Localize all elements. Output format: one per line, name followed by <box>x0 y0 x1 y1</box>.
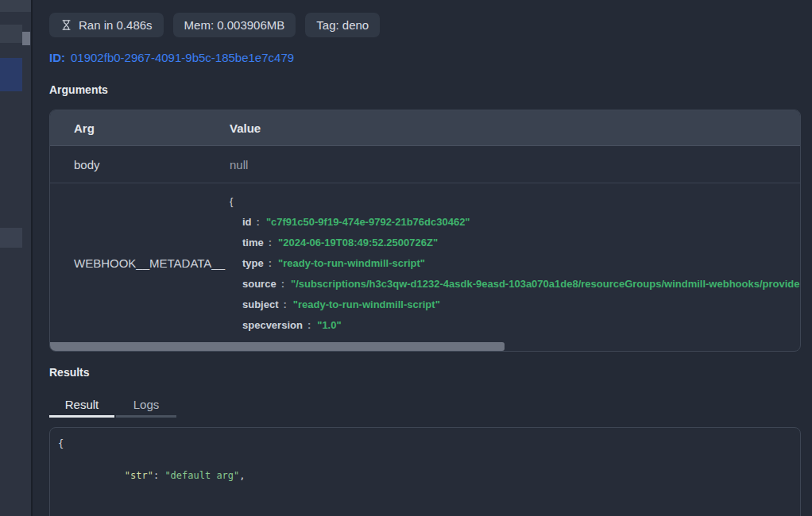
runtime-badge: Ran in 0.486s <box>49 13 164 37</box>
metadata-colon: : <box>269 237 272 248</box>
arg-value-null: null <box>230 158 800 171</box>
horizontal-scrollbar-thumb[interactable] <box>50 342 505 351</box>
tag-badge-label: Tag: deno <box>316 18 369 32</box>
sidebar-item-fragment[interactable] <box>0 25 22 43</box>
metadata-object-viewer: { id:"c7f91c50-9f19-474e-9792-21b76dc304… <box>230 183 800 343</box>
metadata-value: "1.0" <box>317 319 341 331</box>
tab-result[interactable]: Result <box>49 394 114 418</box>
metadata-value: "c7f91c50-9f19-474e-9792-21b76dc30462" <box>266 216 470 228</box>
memory-badge: Mem: 0.003906MB <box>173 13 296 37</box>
runtime-badge-label: Ran in 0.486s <box>79 18 153 32</box>
result-json-line: "str": "default arg", <box>58 452 792 499</box>
metadata-value: "ready-to-run-windmill-script" <box>278 257 425 269</box>
arg-name: WEBHOOK__METADATA__ <box>50 183 230 343</box>
job-id-value[interactable]: 01902fb0-2967-4091-9b5c-185be1e7c479 <box>71 51 294 64</box>
job-id-line: ID:01902fb0-2967-4091-9b5c-185be1e7c479 <box>49 51 294 64</box>
sidebar-item-fragment[interactable] <box>0 228 22 248</box>
tag-badge: Tag: deno <box>305 13 380 37</box>
run-stats-row: Ran in 0.486s Mem: 0.003906MB Tag: deno <box>49 13 380 37</box>
result-json-separator: : <box>153 470 164 481</box>
metadata-entry: time:"2024-06-19T08:49:52.2500726Z" <box>230 233 800 253</box>
open-brace: { <box>230 191 800 212</box>
metadata-key: source <box>242 278 276 290</box>
sidebar-edge <box>0 0 33 516</box>
horizontal-scrollbar[interactable] <box>50 342 800 351</box>
hourglass-icon <box>60 19 72 31</box>
sidebar-item-fragment[interactable] <box>0 0 31 12</box>
metadata-entry: source:"/subscriptions/h3c3qw-d1232-4asd… <box>230 274 800 295</box>
metadata-colon: : <box>269 257 272 269</box>
arguments-heading: Arguments <box>49 83 108 96</box>
metadata-value: "/subscriptions/h3c3qw-d1232-4asdk-9easd… <box>291 278 800 290</box>
metadata-colon: : <box>257 216 260 228</box>
metadata-key: specversion <box>242 319 303 331</box>
metadata-entry: subject:"ready-to-run-windmill-script" <box>230 295 800 315</box>
results-tabs: Result Logs <box>49 394 176 418</box>
sidebar-selected-item-fragment[interactable] <box>0 58 22 91</box>
result-open-brace: { <box>58 436 792 452</box>
result-json-panel: { "str": "default arg", "union": "Hello … <box>49 427 801 516</box>
metadata-value: "ready-to-run-windmill-script" <box>293 298 440 310</box>
job-id-label: ID: <box>49 51 65 64</box>
metadata-key: id <box>242 216 252 228</box>
metadata-colon: : <box>284 298 287 310</box>
job-run-detail-page: Ran in 0.486s Mem: 0.003906MB Tag: deno … <box>0 0 812 516</box>
result-json-string: "default arg" <box>164 470 239 481</box>
column-header-arg: Arg <box>50 121 230 135</box>
metadata-entry: type:"ready-to-run-windmill-script" <box>230 253 800 274</box>
arguments-table: Arg Value body null WEBHOOK__METADATA__ … <box>49 110 801 352</box>
arguments-table-header: Arg Value <box>50 110 800 146</box>
main-content: Ran in 0.486s Mem: 0.003906MB Tag: deno … <box>49 0 801 516</box>
sidebar-scrollbar-thumb[interactable] <box>22 32 30 45</box>
tab-logs[interactable]: Logs <box>116 394 176 418</box>
metadata-key: type <box>242 257 264 269</box>
table-row: WEBHOOK__METADATA__ { id:"c7f91c50-9f19-… <box>50 183 800 343</box>
result-json-line: "union": "Hello World" <box>58 499 792 516</box>
column-header-value: Value <box>230 121 800 135</box>
results-heading: Results <box>49 366 90 379</box>
metadata-colon: : <box>307 319 311 331</box>
memory-badge-label: Mem: 0.003906MB <box>184 18 285 32</box>
arg-name: body <box>50 158 230 171</box>
metadata-entry: specversion:"1.0" <box>230 315 800 336</box>
metadata-entry: id:"c7f91c50-9f19-474e-9792-21b76dc30462… <box>230 212 800 233</box>
table-row: body null <box>50 146 800 183</box>
result-json-key: "str" <box>125 470 153 481</box>
metadata-colon: : <box>281 278 284 290</box>
result-json-comma: , <box>239 470 245 481</box>
metadata-key: time <box>242 237 264 248</box>
metadata-key: subject <box>242 298 279 310</box>
metadata-value: "2024-06-19T08:49:52.2500726Z" <box>278 237 438 248</box>
